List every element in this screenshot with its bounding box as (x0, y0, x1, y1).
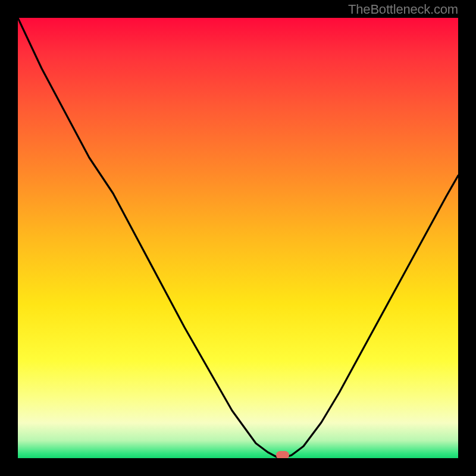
curve-left-branch (18, 18, 283, 458)
curve-right-branch (283, 176, 458, 458)
watermark-text: TheBottleneck.com (348, 2, 458, 17)
optimal-point-marker (276, 451, 289, 458)
chart-frame: TheBottleneck.com (0, 0, 476, 476)
plot-area (18, 18, 458, 458)
bottleneck-curve (18, 18, 458, 458)
